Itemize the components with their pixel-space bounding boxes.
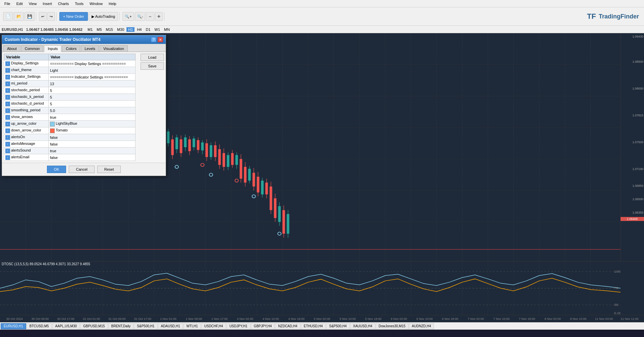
time-label-5: 31 Oct 09:00 [104, 317, 130, 321]
reset-button[interactable]: Reset [97, 166, 121, 173]
chart-area-wrapper: 1.09430 1.08500 1.08000 1.07815 1.07500 … [0, 33, 644, 261]
bottom-tab-gbpusd-m15[interactable]: GBPUSD,M15 [80, 323, 108, 329]
dialog-tab-visualization[interactable]: Visualization [100, 45, 128, 52]
tf-m15[interactable]: M15 [104, 27, 115, 32]
table-row[interactable]: ialertsOnfalse [4, 134, 136, 141]
bottom-tab-usdjpy-h1[interactable]: USDJPY,H1 [226, 323, 251, 329]
bottom-tab-sp500-h1[interactable]: S&P500,H1 [134, 323, 157, 329]
tf-m5[interactable]: M5 [95, 27, 103, 32]
save-btn[interactable]: 💾 [24, 12, 35, 21]
param-icon: i [5, 135, 10, 140]
table-row[interactable]: ismoothing_period5.0 [4, 107, 136, 114]
open-btn[interactable]: 📂 [14, 12, 24, 21]
main-area: 1.09430 1.08500 1.08000 1.07815 1.07500 … [0, 33, 644, 330]
menu-help[interactable]: Help [106, 1, 119, 6]
menu-tools[interactable]: Tools [72, 1, 86, 6]
bottom-tab-eurusd-h1[interactable]: EURUSD,H1 [1, 323, 26, 329]
open-icon: 📂 [16, 14, 21, 19]
bottom-tab-ethusd-h4[interactable]: ETHUSD,H4 [301, 323, 326, 329]
tf-m30[interactable]: M30 [115, 27, 126, 32]
param-variable-text: alertsSound [11, 148, 31, 152]
dialog-titlebar[interactable]: Custom Indicator - Dynamic Trader Oscill… [2, 35, 166, 44]
bottom-tab-adausd-h1[interactable]: ADAUSD,H1 [158, 323, 183, 329]
bottom-tab-btcusd-m5[interactable]: BTCUSD,M5 [26, 323, 52, 329]
param-variable-text: chart_theme [11, 68, 32, 72]
dialog-right-buttons: Load Save [139, 52, 166, 163]
symbol-label: EURUSD,H1 1.06467 1.06485 1.06456 1.0646… [2, 27, 83, 32]
table-row[interactable]: imi_period13 [4, 80, 136, 87]
time-label-22: 8 Nov 02:00 [540, 317, 566, 321]
tf-w1[interactable]: W1 [153, 27, 162, 32]
bottom-tab-audnzd-h4[interactable]: AUDNZD,H4 [409, 323, 434, 329]
tf-d1[interactable]: D1 [144, 27, 152, 32]
bottom-tab-sp500-h4[interactable]: S&P500,H4 [326, 323, 350, 329]
new-order-button[interactable]: + New Order [59, 12, 88, 21]
bottom-tab-xauusd-h4[interactable]: XAUUSD,H4 [350, 323, 375, 329]
time-label-14: 5 Nov 10:00 [335, 317, 360, 321]
tf-m1[interactable]: M1 [86, 27, 94, 32]
zoom-out-btn[interactable]: 🔍- [135, 12, 146, 21]
dialog-table-area: Variable Value iDisplay_Settings========… [2, 52, 137, 163]
chart-scroll-btn[interactable]: ↔ [146, 12, 154, 21]
bottom-tab-brent-daily[interactable]: BRENT,Daily [108, 323, 134, 329]
param-icon: i [5, 75, 10, 79]
param-variable-text: Indicator_Settings [11, 74, 41, 78]
menu-insert[interactable]: Insert [40, 1, 55, 6]
zoom-out-icon: 🔍- [137, 14, 143, 19]
dialog-help-button[interactable]: ? [151, 37, 156, 42]
table-row[interactable]: ialertsSoundtrue [4, 148, 136, 154]
dialog-tab-common[interactable]: Common [21, 45, 44, 52]
bottom-tab-dowjones-m15[interactable]: DowJones30,M15 [376, 323, 409, 329]
bottom-tab-aapl-m30[interactable]: AAPL,US,M30 [52, 323, 80, 329]
table-row[interactable]: ialertsEmailfalse [4, 154, 136, 161]
time-label-24: 11 Nov 03:00 [591, 317, 616, 321]
dialog-tab-inputs[interactable]: Inputs [44, 45, 61, 52]
zoom-in-btn[interactable]: 🔍+ [122, 12, 134, 21]
table-row[interactable]: istochastic_period5 [4, 87, 136, 94]
time-label-16: 6 Nov 02:00 [386, 317, 412, 321]
table-row[interactable]: ialertsMessagefalse [4, 141, 136, 148]
menu-charts[interactable]: Charts [55, 1, 71, 6]
color-value-text: LightSkyBlue [56, 121, 77, 125]
param-icon: i [5, 122, 10, 126]
dialog-tab-about[interactable]: About [3, 45, 20, 52]
dialog-close-button[interactable]: ✕ [158, 37, 163, 42]
table-row[interactable]: idown_arrow_colorTomato [4, 127, 136, 134]
time-label-20: 7 Nov 10:00 [489, 317, 514, 321]
param-variable: ichart_theme [4, 67, 49, 74]
tf-mn[interactable]: MN [162, 27, 171, 32]
menu-view[interactable]: View [26, 1, 40, 6]
param-variable-text: Display_Settings [11, 61, 39, 65]
crosshair-btn[interactable]: ✛ [155, 12, 163, 21]
table-row[interactable]: iup_arrow_colorLightSkyBlue [4, 121, 136, 127]
save-button[interactable]: Save [141, 62, 164, 70]
ok-button[interactable]: OK [47, 166, 66, 173]
bottom-tab-usdchf-h4[interactable]: USDCHF,H4 [201, 323, 226, 329]
table-row[interactable]: iIndicator_Settings=========== Indicator… [4, 74, 136, 80]
new-chart-btn[interactable]: 📄 [3, 12, 13, 21]
menu-file[interactable]: File [2, 1, 13, 6]
table-row[interactable]: ichart_themeLight [4, 67, 136, 74]
undo-btn[interactable]: ↩ [39, 12, 47, 21]
bottom-tab-nzdcad-h4[interactable]: NZDCAD,H4 [275, 323, 300, 329]
param-icon: i [5, 68, 10, 73]
param-value: false [48, 154, 135, 161]
cancel-button[interactable]: Cancel [69, 166, 94, 173]
dialog-tab-levels[interactable]: Levels [81, 45, 99, 52]
auto-trading-button[interactable]: ▶ AutoTrading [89, 12, 118, 21]
table-row[interactable]: istochastic_d_period5 [4, 101, 136, 107]
table-row[interactable]: ishow_arrowstrue [4, 114, 136, 121]
time-label-8: 1 Nov 09:00 [181, 317, 207, 321]
bottom-tab-gbpjpy-h4[interactable]: GBPJPY,H4 [251, 323, 275, 329]
table-row[interactable]: iDisplay_Settings=========== Display Set… [4, 60, 136, 67]
tf-h1[interactable]: H1 [126, 27, 135, 32]
tf-h4[interactable]: H4 [135, 27, 143, 32]
menu-window[interactable]: Window [87, 1, 105, 6]
redo-btn[interactable]: ↪ [47, 12, 55, 21]
menu-edit[interactable]: Edit [14, 1, 25, 6]
col-value: Value [48, 54, 135, 60]
bottom-tab-wti-h1[interactable]: WTI,H1 [183, 323, 201, 329]
load-button[interactable]: Load [141, 54, 164, 61]
table-row[interactable]: istochastic_k_period5 [4, 94, 136, 101]
dialog-tab-colors[interactable]: Colors [62, 45, 80, 52]
